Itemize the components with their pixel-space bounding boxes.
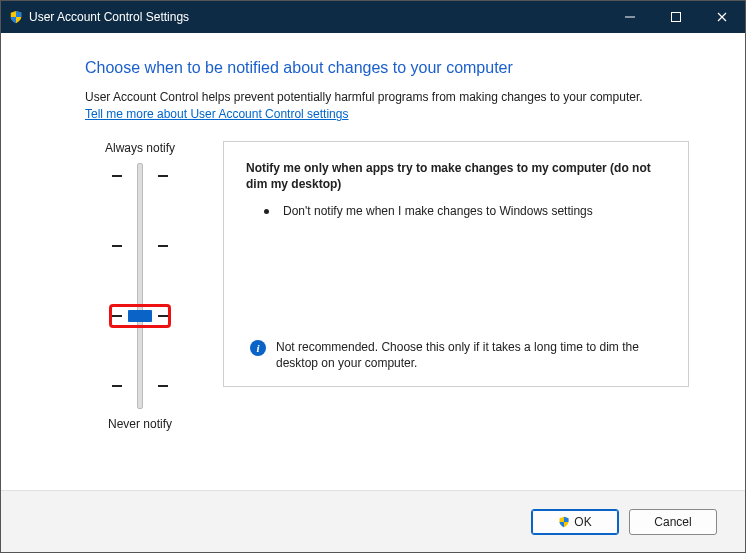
shield-icon	[558, 516, 570, 528]
ok-button[interactable]: OK	[531, 509, 619, 535]
panel-note: i Not recommended. Choose this only if i…	[246, 339, 668, 373]
uac-settings-window: User Account Control Settings Choose whe…	[0, 0, 746, 553]
ok-button-label: OK	[574, 515, 591, 529]
panel-bullet: Don't notify me when I make changes to W…	[246, 203, 668, 220]
slider-top-label: Always notify	[105, 141, 175, 155]
minimize-button[interactable]	[607, 1, 653, 33]
cancel-button[interactable]: Cancel	[629, 509, 717, 535]
slider-column: Always notify Never notify	[85, 141, 195, 431]
svg-rect-0	[625, 17, 635, 18]
description-panel: Notify me only when apps try to make cha…	[223, 141, 689, 387]
slider-track	[137, 163, 143, 409]
window-title: User Account Control Settings	[29, 10, 189, 24]
maximize-button[interactable]	[653, 1, 699, 33]
note-text: Not recommended. Choose this only if it …	[276, 339, 668, 373]
close-button[interactable]	[699, 1, 745, 33]
slider-bottom-label: Never notify	[108, 417, 172, 431]
shield-icon	[9, 10, 23, 24]
svg-rect-1	[672, 13, 681, 22]
page-heading: Choose when to be notified about changes…	[85, 59, 689, 77]
bullet-icon	[264, 209, 269, 214]
titlebar[interactable]: User Account Control Settings	[1, 1, 745, 33]
cancel-button-label: Cancel	[654, 515, 691, 529]
panel-title: Notify me only when apps try to make cha…	[246, 160, 668, 192]
footer: OK Cancel	[1, 490, 745, 552]
slider-thumb[interactable]	[128, 310, 152, 322]
help-link[interactable]: Tell me more about User Account Control …	[85, 107, 348, 121]
description-text: User Account Control helps prevent poten…	[85, 89, 689, 105]
bullet-text: Don't notify me when I make changes to W…	[283, 203, 593, 220]
uac-slider[interactable]	[110, 163, 170, 409]
content-area: Choose when to be notified about changes…	[1, 33, 745, 490]
info-icon: i	[250, 340, 266, 356]
